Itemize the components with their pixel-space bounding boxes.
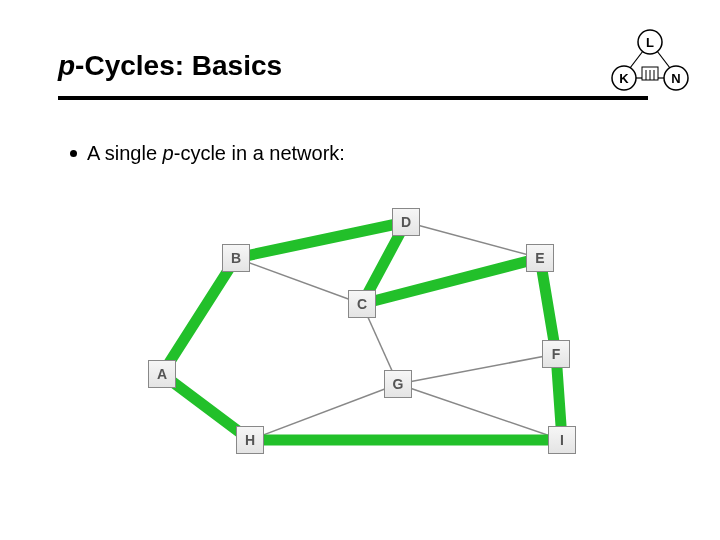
bullet-text: A single p-cycle in a network: [87,142,345,165]
graph-canvas [128,200,600,468]
node-B: B [222,244,250,272]
kln-logo: L K N [610,28,690,94]
node-G: G [384,370,412,398]
slide-header: p-Cycles: Basics [58,50,662,82]
edge [398,354,556,384]
svg-line-3 [630,51,643,68]
node-A: A [148,360,176,388]
node-H: H [236,426,264,454]
title-rest: -Cycles: Basics [75,50,282,81]
slide-title: p-Cycles: Basics [58,50,662,82]
svg-line-4 [657,51,670,68]
node-D: D [392,208,420,236]
logo-right-label: N [671,71,680,86]
title-italic-p: p [58,50,75,81]
title-underline [58,96,648,100]
node-C: C [348,290,376,318]
network-diagram: ABCDEFGHI [128,200,600,468]
logo-left-label: K [619,71,629,86]
edge [236,258,362,304]
edge [398,384,562,440]
bullet-icon [70,150,77,157]
node-I: I [548,426,576,454]
bullet-item: A single p-cycle in a network: [70,142,345,165]
bullet-italic-p: p [163,142,174,164]
node-E: E [526,244,554,272]
edge [406,222,540,258]
bullet-suffix: -cycle in a network: [174,142,345,164]
node-F: F [542,340,570,368]
edge [250,384,398,440]
bullet-prefix: A single [87,142,163,164]
logo-top-label: L [646,35,654,50]
